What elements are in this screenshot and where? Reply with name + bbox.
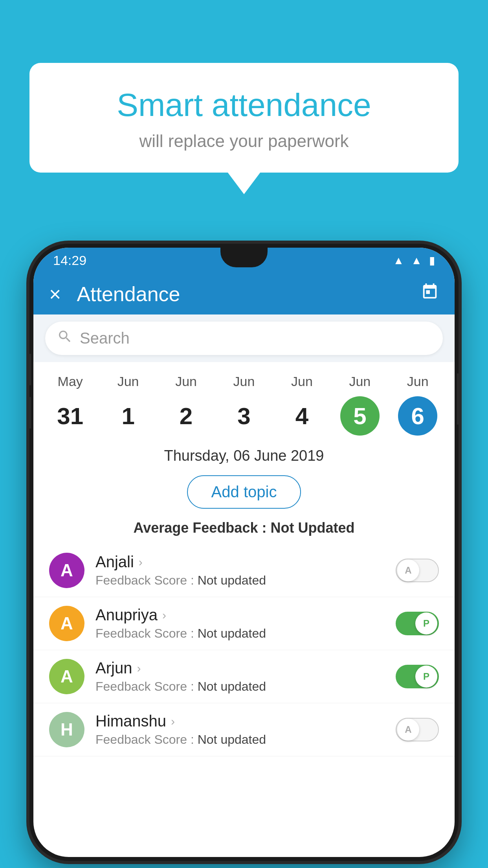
- cal-month-label: Jun: [233, 374, 255, 389]
- phone-screen: 14:29 ▲ ▲ ▮ × Attendance: [33, 248, 455, 857]
- student-chevron-icon: ›: [162, 609, 166, 622]
- signal-icon: ▲: [411, 254, 422, 267]
- cal-date-number: 5: [340, 396, 380, 436]
- student-name: Anupriya ›: [95, 606, 385, 624]
- student-feedback-value: Not updated: [198, 573, 266, 587]
- student-avatar: A: [49, 553, 84, 588]
- student-feedback: Feedback Score : Not updated: [95, 732, 385, 747]
- search-container: Search: [33, 314, 455, 362]
- student-item[interactable]: AAnjali ›Feedback Score : Not updatedA: [33, 544, 455, 597]
- close-button[interactable]: ×: [49, 282, 61, 306]
- calendar-icon[interactable]: [421, 283, 439, 305]
- student-chevron-icon: ›: [139, 555, 143, 569]
- toggle-switch[interactable]: P: [396, 665, 439, 688]
- student-feedback-value: Not updated: [198, 626, 266, 640]
- student-feedback-value: Not updated: [198, 732, 266, 747]
- volume-up-button: [29, 354, 31, 385]
- toggle-thumb: P: [415, 612, 437, 634]
- student-list: AAnjali ›Feedback Score : Not updatedAAA…: [33, 544, 455, 756]
- search-placeholder: Search: [80, 329, 130, 347]
- attendance-toggle[interactable]: A: [396, 559, 439, 582]
- phone-frame: 14:29 ▲ ▲ ▮ × Attendance: [29, 244, 459, 861]
- cal-month-label: Jun: [291, 374, 313, 389]
- status-icons: ▲ ▲ ▮: [393, 254, 435, 267]
- selected-date-label: Thursday, 06 June 2019: [33, 443, 455, 471]
- calendar-day[interactable]: Jun2: [161, 374, 212, 436]
- toggle-thumb: A: [397, 719, 419, 741]
- calendar-row: May31Jun1Jun2Jun3Jun4Jun5Jun6: [33, 362, 455, 443]
- toggle-switch[interactable]: P: [396, 612, 439, 635]
- wifi-icon: ▲: [393, 254, 404, 267]
- student-chevron-icon: ›: [137, 662, 141, 675]
- student-avatar: A: [49, 606, 84, 641]
- add-topic-container: Add topic: [33, 471, 455, 517]
- student-chevron-icon: ›: [171, 715, 175, 728]
- toggle-thumb: P: [415, 666, 437, 688]
- student-item[interactable]: HHimanshu ›Feedback Score : Not updatedA: [33, 703, 455, 756]
- cal-month-label: May: [58, 374, 83, 389]
- speech-bubble-subtitle: will replace your paperwork: [61, 131, 427, 151]
- header-title: Attendance: [77, 282, 405, 306]
- notch: [220, 248, 268, 267]
- student-feedback: Feedback Score : Not updated: [95, 573, 385, 588]
- cal-month-label: Jun: [349, 374, 371, 389]
- student-item[interactable]: AArjun ›Feedback Score : Not updatedP: [33, 650, 455, 703]
- attendance-toggle[interactable]: A: [396, 718, 439, 741]
- avg-feedback-value: Not Updated: [270, 520, 354, 536]
- app-header: × Attendance: [33, 273, 455, 314]
- speech-bubble-title: Smart attendance: [61, 86, 427, 123]
- cal-month-label: Jun: [117, 374, 139, 389]
- search-bar[interactable]: Search: [45, 322, 443, 355]
- calendar-day[interactable]: Jun1: [103, 374, 154, 436]
- student-feedback: Feedback Score : Not updated: [95, 626, 385, 641]
- student-feedback: Feedback Score : Not updated: [95, 679, 385, 694]
- cal-date-number: 2: [167, 396, 206, 436]
- calendar-day[interactable]: May31: [45, 374, 96, 436]
- toggle-switch[interactable]: A: [396, 718, 439, 741]
- cal-month-label: Jun: [175, 374, 197, 389]
- student-name: Arjun ›: [95, 659, 385, 677]
- cal-date-number: 3: [224, 396, 264, 436]
- student-name: Himanshu ›: [95, 712, 385, 730]
- student-info: Himanshu ›Feedback Score : Not updated: [95, 712, 385, 747]
- avg-feedback-label: Average Feedback :: [134, 520, 271, 536]
- student-info: Anupriya ›Feedback Score : Not updated: [95, 606, 385, 641]
- cal-date-number: 6: [398, 396, 437, 436]
- cal-date-number: 4: [282, 396, 321, 436]
- student-item[interactable]: AAnupriya ›Feedback Score : Not updatedP: [33, 597, 455, 650]
- avg-feedback: Average Feedback : Not Updated: [33, 517, 455, 544]
- phone-container: 14:29 ▲ ▲ ▮ × Attendance: [29, 244, 459, 868]
- cal-month-label: Jun: [407, 374, 429, 389]
- student-info: Anjali ›Feedback Score : Not updated: [95, 553, 385, 588]
- student-feedback-value: Not updated: [198, 679, 266, 693]
- student-avatar: H: [49, 712, 84, 747]
- student-name: Anjali ›: [95, 553, 385, 571]
- search-icon: [57, 329, 73, 348]
- toggle-switch[interactable]: A: [396, 559, 439, 582]
- toggle-thumb: A: [397, 559, 419, 581]
- attendance-toggle[interactable]: P: [396, 665, 439, 688]
- cal-date-number: 1: [108, 396, 148, 436]
- student-avatar: A: [49, 659, 84, 694]
- calendar-day[interactable]: Jun3: [218, 374, 270, 436]
- calendar-day[interactable]: Jun4: [276, 374, 327, 436]
- add-topic-button[interactable]: Add topic: [187, 475, 301, 509]
- volume-down-button: [29, 397, 31, 428]
- power-button: [457, 373, 459, 425]
- speech-bubble: Smart attendance will replace your paper…: [29, 63, 459, 173]
- battery-icon: ▮: [429, 254, 435, 267]
- status-time: 14:29: [53, 253, 86, 268]
- student-info: Arjun ›Feedback Score : Not updated: [95, 659, 385, 694]
- attendance-toggle[interactable]: P: [396, 612, 439, 635]
- cal-date-number: 31: [51, 396, 90, 436]
- calendar-day[interactable]: Jun5: [334, 374, 385, 436]
- calendar-day[interactable]: Jun6: [392, 374, 443, 436]
